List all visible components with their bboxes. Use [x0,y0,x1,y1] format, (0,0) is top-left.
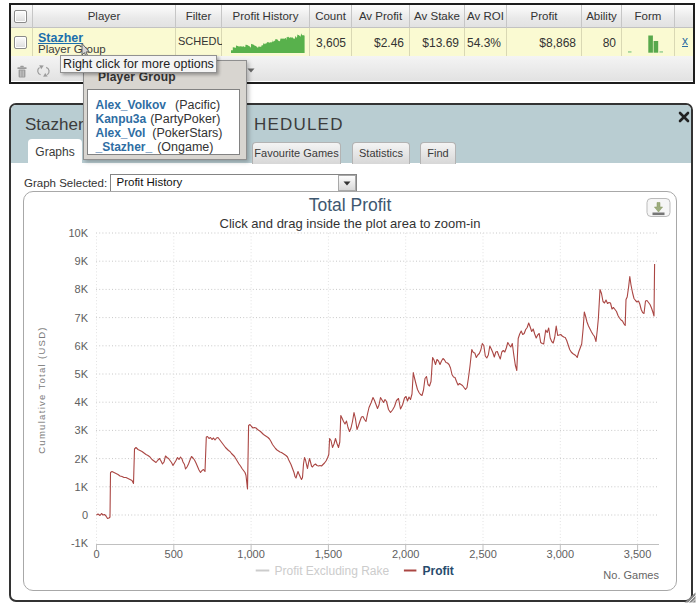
svg-text:1K: 1K [75,481,89,493]
svg-text:Profit: Profit [423,564,454,578]
svg-text:2,000: 2,000 [392,548,420,560]
svg-text:2,500: 2,500 [469,548,497,560]
svg-text:Total Profit: Total Profit [309,195,392,215]
svg-text:0: 0 [82,509,88,521]
svg-text:6K: 6K [75,340,89,352]
svg-text:3,500: 3,500 [624,548,652,560]
svg-text:500: 500 [165,548,183,560]
svg-text:3K: 3K [75,424,89,436]
svg-text:Profit Excluding Rake: Profit Excluding Rake [275,564,390,578]
svg-text:-1K: -1K [71,537,89,549]
svg-text:2K: 2K [75,453,89,465]
svg-text:10K: 10K [68,227,88,239]
svg-text:No. Games: No. Games [603,569,659,581]
svg-text:0: 0 [93,548,99,560]
svg-text:8K: 8K [75,283,89,295]
svg-text:5K: 5K [75,368,89,380]
svg-text:9K: 9K [75,255,89,267]
svg-text:4K: 4K [75,396,89,408]
svg-text:1,000: 1,000 [237,548,265,560]
svg-text:Cumulative Total (USD): Cumulative Total (USD) [36,326,47,454]
svg-text:Click and drag inside the plot: Click and drag inside the plot area to z… [220,216,481,231]
svg-text:7K: 7K [75,312,89,324]
svg-text:3,000: 3,000 [547,548,575,560]
svg-text:1,500: 1,500 [315,548,343,560]
